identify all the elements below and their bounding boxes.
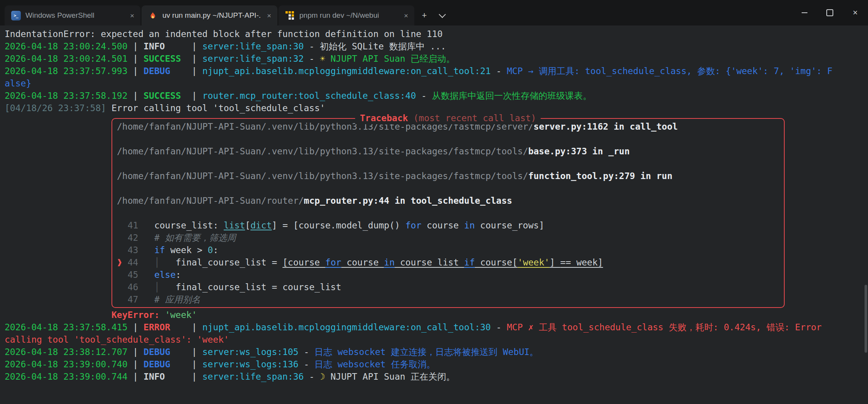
terminal-line: alse} (5, 77, 868, 90)
terminal-line: /home/fanfan/NJUPT-API-Suan/router/mcp_r… (117, 194, 779, 207)
window-controls: × (792, 0, 868, 25)
minimize-icon (802, 12, 807, 13)
terminal-line: KeyError: 'week' (5, 309, 868, 321)
scrollbar-thumb[interactable] (865, 285, 867, 353)
terminal-line: 2026-04-18 23:39:00.744 | INFO | server:… (5, 370, 868, 383)
terminal-line: 45 else: (117, 269, 779, 281)
terminal-line: IndentationError: expected an indented b… (5, 28, 868, 40)
tab-bar: >_ Windows PowerShell × uv run main.py ~… (0, 0, 451, 25)
terminal-line: 42 # 如有需要，筛选周 (117, 232, 779, 244)
terminal-line: 2026-04-18 23:37:58.192 | SUCCESS | rout… (5, 90, 868, 102)
flame-icon (148, 10, 158, 20)
chevron-down-icon (439, 11, 446, 18)
tab-close-icon[interactable]: × (402, 12, 410, 19)
terminal-window: >_ Windows PowerShell × uv run main.py ~… (0, 0, 868, 404)
tab-label: uv run main.py ~/NJUPT-API-... (162, 11, 261, 20)
maximize-icon (826, 9, 833, 16)
scrollbar[interactable] (865, 25, 867, 404)
tab-label: Windows PowerShell (25, 11, 124, 20)
terminal-line: ❱ 44 │ final_course_list = [course for c… (117, 256, 779, 269)
powershell-icon: >_ (11, 10, 21, 20)
maximize-button[interactable] (817, 0, 843, 25)
titlebar: >_ Windows PowerShell × uv run main.py ~… (0, 0, 868, 25)
terminal-line: 2026-04-18 23:00:24.500 | INFO | server:… (5, 40, 868, 52)
traceback-panel: Traceback (most recent call last)/home/f… (111, 118, 785, 308)
new-tab-button[interactable]: + (415, 5, 433, 25)
tab-label: pnpm run dev ~/N/webui (299, 11, 398, 20)
close-button[interactable]: × (843, 0, 868, 25)
terminal-line (117, 133, 779, 145)
terminal-line: 43 if week > 0: (117, 244, 779, 256)
terminal-line (117, 157, 779, 170)
tab-pnpm-run-dev[interactable]: pnpm run dev ~/N/webui × (279, 5, 414, 25)
terminal-line: /home/fanfan/NJUPT-API-Suan/.venv/lib/py… (117, 145, 779, 157)
terminal-line: 41 course_list: list[dict] = [course.mod… (117, 219, 779, 232)
tab-close-icon[interactable]: × (128, 12, 136, 19)
terminal-output[interactable]: IndentationError: expected an indented b… (0, 25, 868, 404)
plus-icon: + (422, 10, 427, 20)
tab-close-icon[interactable]: × (265, 12, 273, 19)
pnpm-icon (285, 10, 295, 20)
terminal-line: calling tool 'tool_schedule_class': 'wee… (5, 333, 868, 346)
terminal-line: 2026-04-18 23:00:24.501 | SUCCESS | serv… (5, 52, 868, 65)
terminal-line: 2026-04-18 23:37:57.993 | DEBUG | njupt_… (5, 65, 868, 77)
terminal-line: 2026-04-18 23:38:12.707 | DEBUG | server… (5, 346, 868, 358)
traceback-title: Traceback (most recent call last) (355, 112, 541, 124)
minimize-button[interactable] (792, 0, 817, 25)
close-icon: × (853, 8, 858, 17)
terminal-line: /home/fanfan/NJUPT-API-Suan/.venv/lib/py… (117, 170, 779, 182)
tab-dropdown-button[interactable] (433, 5, 451, 25)
terminal-line: 2026-04-18 23:37:58.415 | ERROR | njupt_… (5, 321, 868, 333)
terminal-line: 47 # 应用别名 (117, 293, 779, 306)
tab-windows-powershell[interactable]: >_ Windows PowerShell × (5, 5, 140, 25)
terminal-line (117, 207, 779, 219)
terminal-line (117, 182, 779, 194)
terminal-line: 2026-04-18 23:39:00.740 | DEBUG | server… (5, 358, 868, 370)
terminal-line: 46 │ final_course_list = course_list (117, 281, 779, 293)
tab-uv-run-main[interactable]: uv run main.py ~/NJUPT-API-... × (142, 5, 277, 25)
